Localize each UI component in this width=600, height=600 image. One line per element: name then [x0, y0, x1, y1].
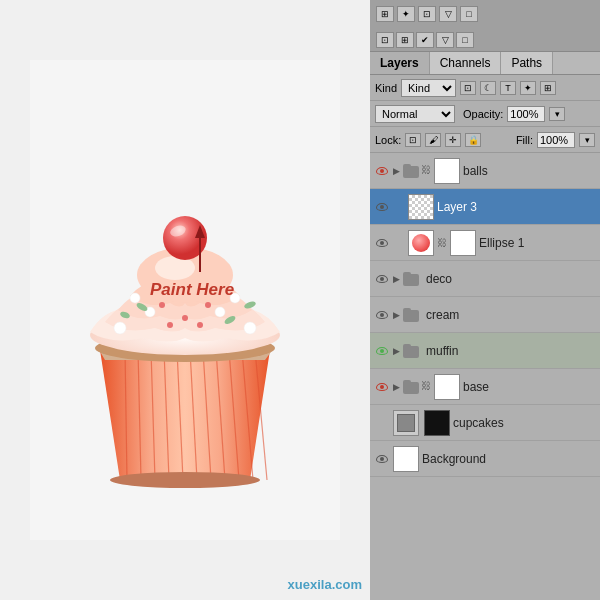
blend-mode-select[interactable]: Normal Multiply Screen — [375, 105, 455, 123]
arrow-cream[interactable]: ▶ — [393, 310, 400, 320]
eye-ellipse1[interactable] — [374, 236, 390, 250]
folder-muffin — [403, 344, 419, 358]
folder-cream — [403, 308, 419, 322]
thumb-cupcakes1 — [393, 410, 419, 436]
fill-label: Fill: — [516, 134, 533, 146]
folder-deco — [403, 272, 419, 286]
layer-ellipse1[interactable]: ⛓ Ellipse 1 — [370, 225, 600, 261]
fill-input[interactable] — [537, 132, 575, 148]
kind-icon-1[interactable]: ⊡ — [460, 81, 476, 95]
kind-icon-2[interactable]: ☾ — [480, 81, 496, 95]
layer-base-name: base — [463, 380, 596, 394]
panel-tabs: Layers Channels Paths — [370, 52, 600, 75]
layer-cupcakes[interactable]: cupcakes — [370, 405, 600, 441]
kind-select[interactable]: Kind — [401, 79, 456, 97]
kind-icon-3[interactable]: T — [500, 81, 516, 95]
blend-row: Normal Multiply Screen Opacity: ▾ — [370, 101, 600, 127]
chain-balls: ⛓ — [421, 164, 431, 178]
layer-balls-name: balls — [463, 164, 596, 178]
eye-base[interactable] — [374, 380, 390, 394]
layer-cream[interactable]: ▶ cream — [370, 297, 600, 333]
base-icons: ⛓ — [403, 380, 431, 394]
layers-panel: ⊞ ✦ ⊡ ▽ □ ⊡ ⊞ ✔ ▽ □ Layers Channels Path… — [370, 0, 600, 600]
svg-point-17 — [244, 322, 256, 334]
thumb-background — [393, 446, 419, 472]
lock-row: Lock: ⊡ 🖌 ✛ 🔒 Fill: ▾ — [370, 127, 600, 153]
svg-point-35 — [110, 472, 260, 488]
eye-cupcakes[interactable] — [374, 416, 390, 430]
thumb-ellipse1-mask — [450, 230, 476, 256]
toolbar-icon-1[interactable]: ⊞ — [376, 6, 394, 22]
toolbar-icon-3[interactable]: ⊡ — [418, 6, 436, 22]
toolbar-icon-2[interactable]: ✦ — [397, 6, 415, 22]
layer-layer3-name: Layer 3 — [437, 200, 596, 214]
balls-icons: ⛓ — [403, 164, 431, 178]
opacity-label: Opacity: — [463, 108, 503, 120]
tab-layers[interactable]: Layers — [370, 52, 430, 74]
thumb-base — [434, 374, 460, 400]
arrow-balls[interactable]: ▶ — [393, 166, 400, 176]
layer-ellipse1-name: Ellipse 1 — [479, 236, 596, 250]
lock-move[interactable]: ✛ — [445, 133, 461, 147]
eye-deco[interactable] — [374, 272, 390, 286]
thumb-balls — [434, 158, 460, 184]
layer-background[interactable]: Background — [370, 441, 600, 477]
thumb-ellipse1 — [408, 230, 434, 256]
thumb-cupcakes2 — [424, 410, 450, 436]
toolbar-icon-5[interactable]: □ — [460, 6, 478, 22]
fill-arrow[interactable]: ▾ — [579, 133, 595, 147]
layer-deco-name: deco — [426, 272, 596, 286]
eye-background[interactable] — [374, 452, 390, 466]
eye-balls[interactable] — [374, 164, 390, 178]
tab-paths[interactable]: Paths — [501, 52, 553, 74]
opacity-arrow[interactable]: ▾ — [549, 107, 565, 121]
layer-background-name: Background — [422, 452, 596, 466]
toolbar2-icon-1[interactable]: ⊡ — [376, 32, 394, 48]
paint-here-text: Paint Here — [150, 280, 234, 299]
eye-layer3[interactable] — [374, 200, 390, 214]
svg-point-22 — [167, 322, 173, 328]
layer-base[interactable]: ▶ ⛓ base — [370, 369, 600, 405]
kind-label: Kind — [375, 82, 397, 94]
layer-muffin[interactable]: ▶ muffin — [370, 333, 600, 369]
layers-list: ▶ ⛓ balls Layer 3 — [370, 153, 600, 600]
svg-point-19 — [215, 307, 225, 317]
top-toolbar: ⊞ ✦ ⊡ ▽ □ — [370, 0, 600, 28]
svg-point-25 — [159, 302, 165, 308]
svg-point-23 — [197, 322, 203, 328]
cupcakes-icons — [393, 410, 419, 436]
layer-cream-name: cream — [426, 308, 596, 322]
layer-cupcakes-name: cupcakes — [453, 416, 596, 430]
toolbar2-icon-4[interactable]: ▽ — [436, 32, 454, 48]
arrow-base[interactable]: ▶ — [393, 382, 400, 392]
eye-cream[interactable] — [374, 308, 390, 322]
svg-point-16 — [114, 322, 126, 334]
toolbar2-icon-2[interactable]: ⊞ — [396, 32, 414, 48]
arrow-deco[interactable]: ▶ — [393, 274, 400, 284]
lock-checkered[interactable]: ⊡ — [405, 133, 421, 147]
eye-muffin[interactable] — [374, 344, 390, 358]
arrow-muffin[interactable]: ▶ — [393, 346, 400, 356]
second-toolbar: ⊡ ⊞ ✔ ▽ □ — [370, 28, 600, 52]
toolbar-icon-4[interactable]: ▽ — [439, 6, 457, 22]
kind-icon-4[interactable]: ✦ — [520, 81, 536, 95]
lock-brush[interactable]: 🖌 — [425, 133, 441, 147]
cupcake-illustration: Paint Here — [30, 60, 340, 540]
thumb-layer3 — [408, 194, 434, 220]
layer-balls[interactable]: ▶ ⛓ balls — [370, 153, 600, 189]
kind-icon-5[interactable]: ⊞ — [540, 81, 556, 95]
toolbar2-icon-5[interactable]: □ — [456, 32, 474, 48]
opacity-input[interactable] — [507, 106, 545, 122]
layer-deco[interactable]: ▶ deco — [370, 261, 600, 297]
toolbar2-icon-3[interactable]: ✔ — [416, 32, 434, 48]
layer-layer3[interactable]: Layer 3 — [370, 189, 600, 225]
svg-point-26 — [205, 302, 211, 308]
kind-row: Kind Kind ⊡ ☾ T ✦ ⊞ — [370, 75, 600, 101]
layer-muffin-name: muffin — [426, 344, 596, 358]
lock-all[interactable]: 🔒 — [465, 133, 481, 147]
lock-label: Lock: — [375, 134, 401, 146]
tab-channels[interactable]: Channels — [430, 52, 502, 74]
svg-point-24 — [182, 315, 188, 321]
watermark: xuexila.com — [288, 577, 362, 592]
chain-base: ⛓ — [421, 380, 431, 394]
